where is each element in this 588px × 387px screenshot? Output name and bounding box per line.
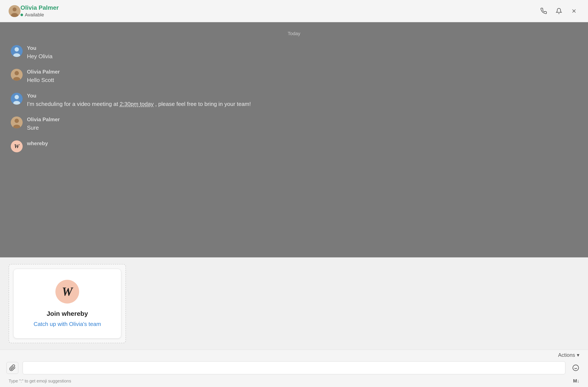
svg-point-12: [15, 95, 19, 99]
date-divider: Today: [11, 31, 577, 37]
whereby-card[interactable]: W Join whereby Catch up with Olivia's te…: [13, 269, 121, 339]
message-group: You I'm scheduling for a video meeting a…: [11, 93, 577, 108]
sender-name: You: [27, 45, 52, 51]
message-group: Olivia Palmer Sure: [11, 116, 577, 131]
input-row: [0, 359, 588, 376]
hint-text: Type ":" to get emoji suggestions: [9, 379, 71, 384]
whereby-card-title: Join whereby: [47, 310, 88, 317]
whereby-card-container: W Join whereby Catch up with Olivia's te…: [9, 264, 126, 343]
close-button[interactable]: [568, 6, 579, 16]
avatar: [11, 69, 23, 81]
chat-header: Olivia Palmer Available: [0, 0, 588, 22]
contact-status: Available: [21, 12, 538, 18]
avatar: W: [11, 140, 23, 152]
chat-bottom: Actions ▾ Type ":" to get emoji s: [0, 350, 588, 387]
time-link: 2:30pm today: [120, 101, 154, 107]
chat-messages: Today You Hey Olivia: [0, 22, 588, 257]
emoji-button[interactable]: [570, 362, 582, 374]
avatar: [11, 45, 23, 57]
message-text: Sure: [27, 124, 60, 131]
chat-window: Olivia Palmer Available: [0, 0, 588, 387]
actions-button[interactable]: Actions ▾: [558, 352, 579, 358]
contact-name: Olivia Palmer: [21, 4, 538, 11]
sender-name: Olivia Palmer: [27, 69, 60, 75]
message-group: You Hey Olivia: [11, 45, 577, 60]
status-text: Available: [25, 12, 44, 18]
actions-bar: Actions ▾: [0, 350, 588, 359]
whereby-card-link[interactable]: Catch up with Olivia's team: [34, 321, 101, 327]
message-group: W whereby: [11, 140, 577, 152]
sender-name: Olivia Palmer: [27, 116, 60, 123]
message-content: whereby: [27, 140, 48, 148]
message-text: I'm scheduling for a video meeting at 2:…: [27, 100, 251, 108]
svg-point-9: [15, 71, 19, 75]
svg-point-6: [15, 47, 19, 52]
sender-name: You: [27, 93, 251, 99]
actions-label: Actions: [558, 352, 575, 358]
contact-avatar: [9, 5, 21, 17]
message-content: You I'm scheduling for a video meeting a…: [27, 93, 251, 108]
message-text: Hello Scott: [27, 76, 60, 84]
message-content: You Hey Olivia: [27, 45, 52, 60]
header-actions: [538, 6, 579, 16]
call-button[interactable]: [538, 6, 549, 16]
notifications-button[interactable]: [553, 6, 564, 16]
markdown-button[interactable]: M↓: [573, 378, 579, 384]
message-group: Olivia Palmer Hello Scott: [11, 69, 577, 84]
hint-bar: Type ":" to get emoji suggestions M↓: [0, 376, 588, 387]
whereby-logo-letter: W: [62, 285, 73, 299]
whereby-card-area: W Join whereby Catch up with Olivia's te…: [0, 257, 588, 350]
svg-point-1: [13, 8, 16, 11]
sender-name: whereby: [27, 140, 48, 147]
message-input[interactable]: [23, 361, 565, 374]
svg-point-17: [573, 365, 579, 371]
whereby-logo: W: [55, 280, 79, 303]
status-dot: [21, 14, 23, 16]
actions-chevron: ▾: [577, 352, 579, 358]
attach-button[interactable]: [6, 362, 18, 374]
svg-point-15: [15, 119, 19, 123]
message-text: Hey Olivia: [27, 52, 52, 60]
avatar: [11, 93, 23, 105]
message-content: Olivia Palmer Sure: [27, 116, 60, 131]
message-content: Olivia Palmer Hello Scott: [27, 69, 60, 84]
header-info: Olivia Palmer Available: [21, 4, 538, 18]
avatar: [11, 116, 23, 128]
